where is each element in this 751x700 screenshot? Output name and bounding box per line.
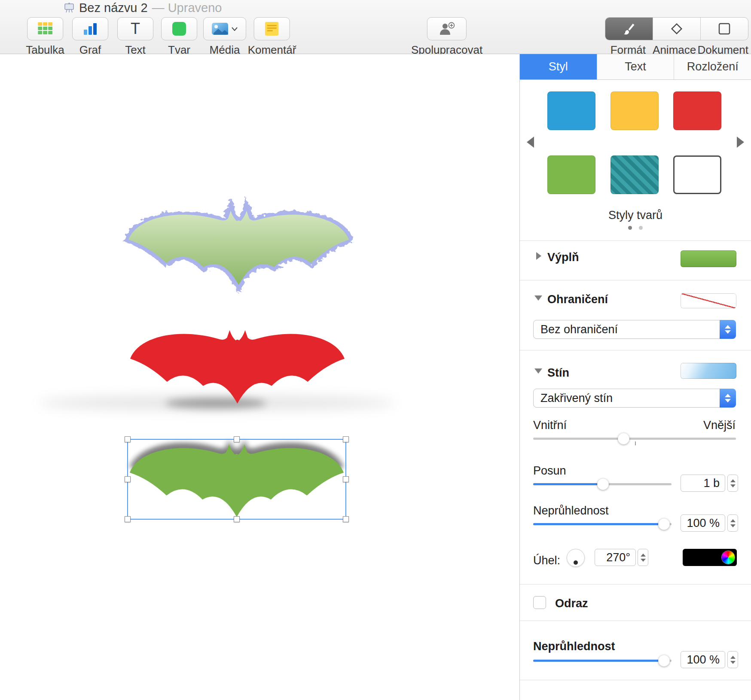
tab-styl[interactable]: Styl xyxy=(520,54,597,79)
tab-text[interactable]: Text xyxy=(597,54,675,79)
divider xyxy=(520,240,751,241)
border-style-well[interactable] xyxy=(681,293,736,308)
selection-handle-mid-left[interactable] xyxy=(125,476,131,482)
keynote-doc-icon xyxy=(64,2,75,13)
page-dot-2[interactable] xyxy=(639,226,643,230)
style-page-next-icon[interactable] xyxy=(737,137,744,148)
selection-handle-bottom-center[interactable] xyxy=(234,516,240,522)
shape-style-blue[interactable] xyxy=(547,91,595,130)
comment-button[interactable]: Komentář xyxy=(248,17,296,57)
offset-slider[interactable] xyxy=(533,483,672,485)
divider xyxy=(520,350,751,350)
keynote-window: Bez názvu 2 — Upraveno Tabulka xyxy=(0,0,751,700)
bat-red-shape[interactable] xyxy=(128,325,347,406)
shadow-inner-label: Vnitřní xyxy=(533,419,567,432)
shadow-color-well[interactable] xyxy=(683,549,737,566)
style-page-prev-icon[interactable] xyxy=(527,137,534,148)
tab-rozlozeni[interactable]: Rozložení xyxy=(674,54,751,79)
border-disclosure-icon[interactable] xyxy=(534,295,542,301)
collaborate-icon xyxy=(438,22,455,36)
format-inspector: Styl Text Rozložení Styly tvarů Výplň Oh… xyxy=(519,54,751,700)
shape-style-teal-striped[interactable] xyxy=(611,155,659,194)
angle-knob[interactable] xyxy=(567,549,585,567)
selection-handle-top-left[interactable] xyxy=(125,436,131,442)
inner-outer-slider-thumb[interactable] xyxy=(618,433,629,444)
diamond-icon xyxy=(670,22,683,35)
document-title: Bez názvu 2 xyxy=(79,1,148,15)
shadow-outer-label: Vnější xyxy=(703,419,736,432)
opacity-slider[interactable] xyxy=(533,660,672,662)
paintbrush-icon xyxy=(623,22,635,35)
selection-handle-bottom-right[interactable] xyxy=(343,516,349,522)
shadow-popup[interactable]: Zakřivený stín xyxy=(533,389,736,408)
shadow-section-label: Stín xyxy=(547,366,569,380)
shadow-popup-value: Zakřivený stín xyxy=(540,392,613,405)
popup-chevrons-icon xyxy=(720,320,736,339)
chart-icon xyxy=(83,22,97,35)
shadow-opacity-slider-thumb[interactable] xyxy=(658,518,670,530)
text-icon: T xyxy=(131,21,140,37)
shadow-opacity-stepper[interactable] xyxy=(727,514,738,532)
divider xyxy=(520,584,751,584)
text-button[interactable]: T Text xyxy=(117,17,153,57)
document-button[interactable] xyxy=(701,18,748,40)
collaborate-button[interactable]: Spolupracovat xyxy=(411,17,482,57)
animate-button[interactable] xyxy=(653,18,701,40)
shape-style-white[interactable] xyxy=(673,155,721,194)
inner-outer-slider[interactable] xyxy=(533,438,736,440)
color-wheel-icon[interactable] xyxy=(722,551,735,564)
comment-icon xyxy=(265,22,279,36)
format-button[interactable] xyxy=(605,18,653,40)
inspector-tabs: Styl Text Rozložení xyxy=(520,54,751,80)
opacity-field[interactable]: 100 % xyxy=(681,651,725,668)
angle-knob-dot xyxy=(574,560,578,565)
offset-field[interactable]: 1 b xyxy=(681,475,725,492)
selection-handle-mid-right[interactable] xyxy=(343,476,349,482)
reflection-label: Odraz xyxy=(555,597,588,610)
shadow-opacity-field[interactable]: 100 % xyxy=(681,514,725,532)
document-edited-status: — Upraveno xyxy=(152,1,222,15)
shape-style-green[interactable] xyxy=(547,155,595,194)
opacity-slider-thumb[interactable] xyxy=(658,655,670,667)
table-icon xyxy=(38,22,52,35)
reflection-checkbox[interactable] xyxy=(533,596,546,609)
angle-stepper[interactable] xyxy=(638,549,648,566)
selection-handle-bottom-left[interactable] xyxy=(125,516,131,522)
media-button[interactable]: Média xyxy=(203,17,246,57)
selection-box xyxy=(127,439,346,520)
opacity-stepper[interactable] xyxy=(727,651,738,668)
shape-button[interactable]: Tvar xyxy=(161,17,197,57)
opacity-section-label: Neprůhlednost xyxy=(533,640,615,653)
document-icon xyxy=(718,22,731,35)
slider-center-tick xyxy=(635,441,636,445)
shadow-opacity-slider[interactable] xyxy=(533,523,672,525)
style-page-dots[interactable] xyxy=(520,226,751,230)
table-button[interactable]: Tabulka xyxy=(26,17,64,57)
shape-style-yellow[interactable] xyxy=(611,91,659,130)
window-title: Bez názvu 2 — Upraveno xyxy=(64,1,222,15)
border-popup-value: Bez ohraničení xyxy=(540,323,618,336)
fill-section-label: Výplň xyxy=(547,251,579,264)
angle-label: Úhel: xyxy=(533,554,560,567)
shape-style-red[interactable] xyxy=(673,91,721,130)
bat-sketch-outline-shape[interactable] xyxy=(113,195,365,298)
slide-canvas[interactable] xyxy=(0,54,519,700)
angle-field[interactable]: 270° xyxy=(595,549,636,566)
offset-slider-thumb[interactable] xyxy=(597,478,609,490)
toolbar: Bez názvu 2 — Upraveno Tabulka xyxy=(0,0,751,54)
divider xyxy=(520,680,751,680)
selection-handle-top-center[interactable] xyxy=(234,436,240,442)
shadow-preview-well[interactable] xyxy=(681,363,736,379)
page-dot-1[interactable] xyxy=(628,226,632,230)
border-popup[interactable]: Bez ohraničení xyxy=(533,320,736,339)
chart-button[interactable]: Graf xyxy=(72,17,108,57)
divider xyxy=(520,621,751,621)
selection-handle-top-right[interactable] xyxy=(343,436,349,442)
shadow-opacity-label: Neprůhlednost xyxy=(533,504,609,517)
shadow-disclosure-icon[interactable] xyxy=(534,368,542,374)
divider xyxy=(520,280,751,280)
fill-color-well[interactable] xyxy=(681,250,736,267)
fill-disclosure-icon[interactable] xyxy=(536,252,541,260)
popup-chevrons-icon xyxy=(720,389,736,408)
offset-stepper[interactable] xyxy=(727,475,738,492)
